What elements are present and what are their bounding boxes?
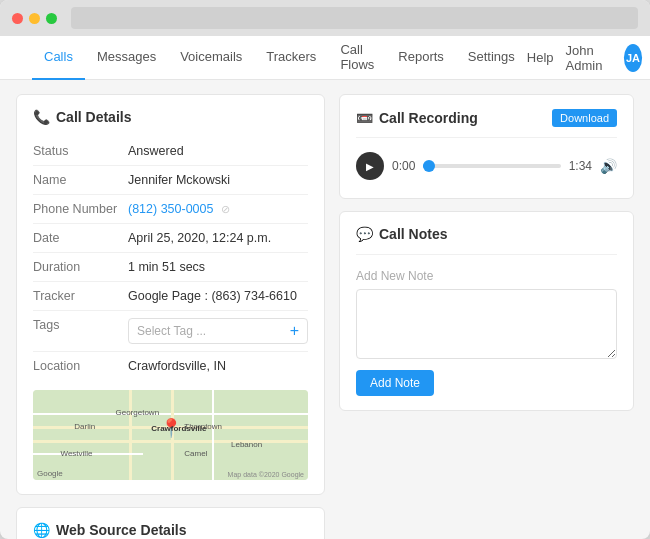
field-label: Date: [33, 224, 128, 253]
call-notes-card: 💬 Call Notes Add New Note Add Note: [339, 211, 634, 411]
browser-chrome: [0, 0, 650, 36]
add-note-button[interactable]: Add Note: [356, 370, 434, 396]
help-link[interactable]: Help: [527, 50, 554, 65]
nav-reports[interactable]: Reports: [386, 36, 456, 80]
nav-calls[interactable]: Calls: [32, 36, 85, 80]
call-notes-title: 💬 Call Notes: [356, 226, 617, 242]
download-button[interactable]: Download: [552, 109, 617, 127]
table-row: Tags Select Tag ... +: [33, 311, 308, 352]
recording-header: 📼 Call Recording Download: [356, 109, 617, 127]
table-row: Date April 25, 2020, 12:24 p.m.: [33, 224, 308, 253]
table-row: Location Crawfordsville, IN: [33, 352, 308, 381]
nav-right: Help John Admin JA: [527, 43, 643, 73]
current-time: 0:00: [392, 159, 415, 173]
main-content: 📞 Call Details Status Answered Name Jenn…: [0, 80, 650, 539]
field-value: 1 min 51 secs: [128, 253, 308, 282]
field-label: Duration: [33, 253, 128, 282]
notes-textarea[interactable]: [356, 289, 617, 359]
map-label-4: Lebanon: [231, 440, 262, 449]
field-value: Crawfordsville, IN: [128, 352, 308, 381]
map-label-1: Darlin: [74, 422, 95, 431]
web-source-card: 🌐 Web Source Details Source Referer goog…: [16, 507, 325, 539]
nav-items: Calls Messages Voicemails Trackers Call …: [32, 36, 527, 80]
field-value: April 25, 2020, 12:24 p.m.: [128, 224, 308, 253]
phone-icon: 📞: [33, 109, 50, 125]
field-label: Tags: [33, 311, 128, 352]
table-row: Duration 1 min 51 secs: [33, 253, 308, 282]
progress-bar[interactable]: [423, 164, 560, 168]
call-details-card: 📞 Call Details Status Answered Name Jenn…: [16, 94, 325, 495]
field-value-tags: Select Tag ... +: [128, 311, 308, 352]
map-city-label: Crawfordsville: [151, 424, 206, 433]
table-row: Phone Number (812) 350-0005 ⊘: [33, 195, 308, 224]
field-value: Google Page : (863) 734-6610: [128, 282, 308, 311]
user-name: John Admin: [566, 43, 612, 73]
nav-settings[interactable]: Settings: [456, 36, 527, 80]
web-source-title: 🌐 Web Source Details: [33, 522, 308, 538]
maximize-dot[interactable]: [46, 13, 57, 24]
field-label: Status: [33, 137, 128, 166]
notes-divider: [356, 254, 617, 255]
field-value: Answered: [128, 137, 308, 166]
tags-input[interactable]: Select Tag ... +: [128, 318, 308, 344]
globe-icon: 🌐: [33, 522, 50, 538]
play-button[interactable]: ▶: [356, 152, 384, 180]
road-v1: [129, 390, 132, 480]
map-label-2: Georgetown: [116, 408, 160, 417]
table-row: Status Answered: [33, 137, 308, 166]
map-attribution: Map data ©2020 Google: [228, 471, 304, 478]
recording-icon: 📼: [356, 110, 373, 126]
field-label: Location: [33, 352, 128, 381]
divider: [356, 137, 617, 138]
volume-icon[interactable]: 🔊: [600, 158, 617, 174]
phone-number[interactable]: (812) 350-0005: [128, 202, 213, 216]
field-label: Phone Number: [33, 195, 128, 224]
field-label: Name: [33, 166, 128, 195]
add-note-label: Add New Note: [356, 265, 617, 289]
navbar: C Calls Messages Voicemails Trackers Cal…: [0, 36, 650, 80]
details-table: Status Answered Name Jennifer Mckowski P…: [33, 137, 308, 380]
table-row: Name Jennifer Mckowski: [33, 166, 308, 195]
map-background: Darlin Georgetown Thorntown Lebanon West…: [33, 390, 308, 480]
table-row: Tracker Google Page : (863) 734-6610: [33, 282, 308, 311]
minimize-dot[interactable]: [29, 13, 40, 24]
block-icon: ⊘: [221, 203, 230, 215]
map-container: Darlin Georgetown Thorntown Lebanon West…: [33, 390, 308, 480]
recording-title: 📼 Call Recording: [356, 110, 478, 126]
nav-messages[interactable]: Messages: [85, 36, 168, 80]
map-label-6: Camel: [184, 449, 207, 458]
map-google-label: Google: [37, 469, 63, 478]
nav-callflows[interactable]: Call Flows: [328, 36, 386, 80]
nav-trackers[interactable]: Trackers: [254, 36, 328, 80]
field-value: Jennifer Mckowski: [128, 166, 308, 195]
close-dot[interactable]: [12, 13, 23, 24]
call-details-title: 📞 Call Details: [33, 109, 308, 125]
call-recording-card: 📼 Call Recording Download ▶ 0:00 1:34 🔊: [339, 94, 634, 199]
road-v3: [212, 390, 214, 480]
notes-icon: 💬: [356, 226, 373, 242]
progress-dot: [423, 160, 435, 172]
total-time: 1:34: [569, 159, 592, 173]
right-column: 📼 Call Recording Download ▶ 0:00 1:34 🔊: [339, 94, 634, 525]
nav-voicemails[interactable]: Voicemails: [168, 36, 254, 80]
url-bar[interactable]: [71, 7, 638, 29]
add-tag-icon[interactable]: +: [290, 322, 299, 340]
map-label-5: Westville: [61, 449, 93, 458]
field-value-phone: (812) 350-0005 ⊘: [128, 195, 308, 224]
audio-player: ▶ 0:00 1:34 🔊: [356, 148, 617, 184]
left-column: 📞 Call Details Status Answered Name Jenn…: [16, 94, 325, 525]
tags-placeholder: Select Tag ...: [137, 324, 206, 338]
avatar[interactable]: JA: [624, 44, 643, 72]
field-label: Tracker: [33, 282, 128, 311]
